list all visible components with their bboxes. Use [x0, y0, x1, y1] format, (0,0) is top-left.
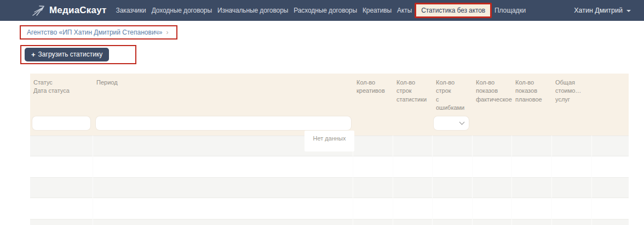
- brand-name[interactable]: МедиаСкаут: [49, 5, 107, 16]
- status-filter-input[interactable]: [32, 116, 90, 130]
- annotation-box-upload-button: + Загрузить статистику: [20, 45, 136, 64]
- table-row: [30, 198, 629, 219]
- user-name: Хатин Дмитрий: [574, 7, 623, 14]
- nav-item-acts[interactable]: Акты: [395, 4, 413, 16]
- empty-state: Нет данных: [304, 131, 355, 151]
- column-header-impressions-planned: Кол-во показов плановое: [512, 77, 552, 113]
- chevron-down-icon: [459, 120, 465, 125]
- column-header-actions: [592, 77, 629, 113]
- column-header-stat-rows-count: Кол-во строк статистики: [393, 77, 433, 113]
- upload-statistics-button[interactable]: + Загрузить статистику: [25, 48, 109, 61]
- main-nav: Заказчики Доходные договоры Изначальные …: [114, 3, 530, 18]
- column-header-error-rows-count: Кол-во строк с ошибками: [433, 77, 473, 113]
- column-header-total-cost: Общая стоимо… услуг: [552, 77, 592, 113]
- table-row: [30, 219, 629, 225]
- page-content: Агентство «ИП Хатин Дмитрий Степанович» …: [0, 21, 644, 225]
- nav-item-statistics-without-acts[interactable]: Статистика без актов: [416, 4, 490, 16]
- annotation-box-active-nav: Статистика без актов: [415, 3, 492, 18]
- chevron-right-icon: ›: [166, 29, 169, 36]
- brand-logo-icon: [32, 3, 46, 18]
- statistics-table: Статус Дата статуса Период Кол-во креати…: [30, 74, 629, 225]
- error-rows-filter-select[interactable]: [434, 116, 469, 130]
- filter-row: [30, 116, 629, 130]
- table-header: Статус Дата статуса Период Кол-во креати…: [30, 74, 629, 136]
- table-row: [30, 156, 629, 177]
- annotation-box-breadcrumb: Агентство «ИП Хатин Дмитрий Степанович» …: [20, 25, 177, 40]
- top-navbar: МедиаСкаут Заказчики Доходные договоры И…: [0, 0, 644, 21]
- column-header-status-date: Статус Дата статуса: [30, 77, 93, 113]
- nav-item-expense-contracts[interactable]: Расходные договоры: [292, 4, 359, 16]
- nav-item-income-contracts[interactable]: Доходные договоры: [150, 4, 214, 16]
- nav-item-platforms[interactable]: Площадки: [493, 4, 527, 16]
- nav-item-initial-contracts[interactable]: Изначальные договоры: [216, 4, 290, 16]
- breadcrumb-agency-link[interactable]: Агентство «ИП Хатин Дмитрий Степанович»: [27, 29, 163, 36]
- table-row: [30, 177, 629, 198]
- period-filter-input[interactable]: [96, 116, 351, 130]
- nav-item-customers[interactable]: Заказчики: [114, 4, 148, 16]
- plus-icon: +: [31, 51, 36, 58]
- column-header-creatives-count: Кол-во креативов: [353, 77, 393, 113]
- caret-down-icon: [626, 10, 631, 12]
- user-menu[interactable]: Хатин Дмитрий: [574, 0, 631, 21]
- column-header-period: Период: [93, 77, 353, 113]
- upload-statistics-label: Загрузить статистику: [38, 50, 103, 58]
- column-header-impressions-actual: Кол-во показов фактическое: [473, 77, 512, 113]
- nav-item-creatives[interactable]: Креативы: [361, 4, 393, 16]
